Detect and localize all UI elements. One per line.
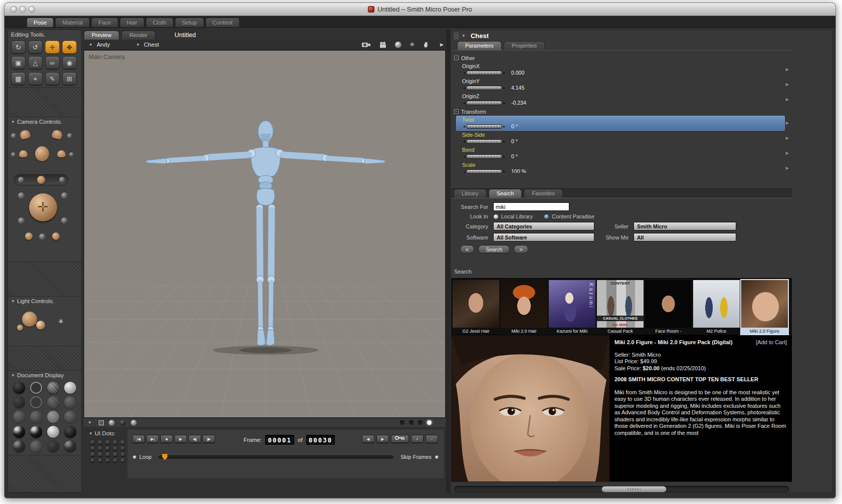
tracking-ball-icon[interactable] bbox=[131, 420, 137, 426]
ui-dot[interactable] bbox=[106, 440, 110, 444]
keyframe-marker[interactable] bbox=[162, 454, 167, 460]
seller-dropdown[interactable]: Smith Micro bbox=[634, 222, 736, 230]
param-menu-arrow[interactable]: ▶ bbox=[786, 67, 789, 72]
tab-material[interactable]: Material bbox=[55, 18, 90, 27]
depth-cue-icon[interactable] bbox=[99, 420, 104, 425]
thumbnail-image[interactable] bbox=[645, 280, 692, 328]
color-tool-button[interactable]: ◉ bbox=[62, 56, 77, 69]
scrollbar-thumb[interactable] bbox=[601, 486, 667, 492]
previous-page-button[interactable]: < bbox=[460, 245, 474, 254]
ui-dot[interactable] bbox=[113, 458, 117, 462]
twist-tool-button[interactable]: ↺ bbox=[28, 41, 43, 54]
param-menu-arrow[interactable]: ▶ bbox=[786, 166, 789, 170]
collapse-triangle-icon[interactable]: ▼ bbox=[11, 299, 15, 304]
display-style-icon[interactable] bbox=[30, 396, 42, 408]
dial-left-arrow-icon[interactable]: ◂ bbox=[462, 71, 466, 75]
collapse-triangle-icon[interactable]: ▼ bbox=[89, 431, 93, 436]
current-frame-counter[interactable]: 00001 bbox=[265, 435, 294, 445]
step-forward-button[interactable]: |▶ bbox=[202, 435, 215, 443]
parameter-dial[interactable]: ◂▸ bbox=[462, 86, 508, 90]
create-light-icon[interactable]: ✳ bbox=[58, 318, 64, 325]
display-style-icon[interactable] bbox=[47, 440, 59, 452]
display-style-icon[interactable] bbox=[64, 396, 76, 408]
show-me-dropdown[interactable]: All bbox=[634, 233, 736, 241]
dial-right-arrow-icon[interactable]: ▸ bbox=[502, 86, 506, 90]
result-thumbnail[interactable]: CONTENT CASUAL CLOTHES for MIKI Casual P… bbox=[596, 280, 644, 335]
dial-bar[interactable] bbox=[466, 169, 502, 173]
content-paradise-radio-label[interactable]: Content Paradise bbox=[552, 213, 594, 219]
display-style-silhouette-icon[interactable] bbox=[13, 382, 25, 394]
camera-select-ball[interactable] bbox=[25, 232, 33, 240]
camera-plane-ball[interactable] bbox=[59, 177, 65, 183]
ui-dot[interactable] bbox=[106, 452, 110, 456]
dial-right-arrow-icon[interactable]: ▸ bbox=[502, 169, 506, 173]
tab-preview[interactable]: Preview bbox=[84, 31, 119, 40]
panel-grip[interactable] bbox=[454, 33, 459, 39]
result-thumbnail[interactable]: Miki 2.0 Hair bbox=[500, 280, 548, 335]
ui-dot[interactable] bbox=[98, 452, 102, 456]
translate-in-out-tool-button[interactable]: ✥ bbox=[62, 41, 77, 54]
tracking-dot-active[interactable] bbox=[427, 420, 432, 425]
view-magnifier-tool-button[interactable]: ⌖ bbox=[28, 72, 43, 85]
param-menu-arrow[interactable]: ▶ bbox=[786, 151, 789, 155]
result-thumbnail[interactable]: Kazumi Kazumi for Miki bbox=[548, 280, 596, 335]
content-paradise-radio[interactable] bbox=[544, 214, 549, 219]
horizontal-scrollbar[interactable] bbox=[454, 486, 789, 492]
next-key-button[interactable]: ▶ bbox=[376, 435, 389, 443]
param-menu-arrow[interactable]: ▶ bbox=[786, 82, 789, 87]
posing-camera-icon[interactable] bbox=[361, 42, 371, 48]
param-row-twist[interactable]: Twist ◂▸0 ° ▶ bbox=[456, 116, 785, 131]
search-input[interactable] bbox=[493, 202, 569, 211]
right-hand-camera-icon[interactable] bbox=[57, 150, 66, 157]
ui-dot[interactable] bbox=[106, 458, 110, 462]
camera-corner-ball[interactable] bbox=[61, 192, 68, 199]
dial-right-arrow-icon[interactable]: ▸ bbox=[502, 71, 506, 75]
camera-dolly-ball[interactable] bbox=[11, 133, 16, 138]
delete-keyframe-button[interactable]: − bbox=[426, 435, 438, 443]
tracking-dot[interactable] bbox=[418, 420, 423, 425]
collapse-triangle-icon[interactable]: ▼ bbox=[462, 34, 466, 38]
thumbnail-image[interactable]: CONTENT CASUAL CLOTHES for MIKI bbox=[597, 280, 644, 328]
chain-break-tool-button[interactable]: ∞ bbox=[45, 56, 60, 69]
display-style-icon[interactable] bbox=[47, 396, 59, 408]
dial-bar[interactable] bbox=[466, 154, 502, 159]
add-keyframe-button[interactable]: + bbox=[411, 435, 424, 443]
ui-dot[interactable] bbox=[98, 440, 102, 444]
stop-button[interactable]: ■ bbox=[160, 435, 173, 443]
ui-dot[interactable] bbox=[91, 458, 95, 462]
ui-dot[interactable] bbox=[113, 452, 117, 456]
loop-toggle[interactable] bbox=[132, 455, 137, 459]
dial-left-arrow-icon[interactable]: ◂ bbox=[462, 124, 466, 129]
camera-trackball[interactable]: ✛ bbox=[29, 193, 57, 221]
camera-ball[interactable] bbox=[11, 152, 16, 157]
param-menu-arrow[interactable]: ▶ bbox=[786, 136, 789, 140]
tab-parameters[interactable]: Parameters bbox=[457, 41, 502, 50]
total-frames-counter[interactable]: 00030 bbox=[306, 435, 335, 445]
trackball-icon[interactable] bbox=[395, 42, 401, 48]
display-style-icon[interactable] bbox=[47, 411, 59, 423]
tracking-dot[interactable] bbox=[409, 420, 413, 425]
skip-frames-toggle[interactable] bbox=[435, 455, 439, 459]
tab-library[interactable]: Library bbox=[454, 189, 487, 198]
camera-right-hand-icon[interactable] bbox=[51, 129, 63, 140]
film-camera-icon[interactable] bbox=[379, 42, 387, 48]
dial-bar[interactable] bbox=[466, 124, 502, 129]
camera-controls-cluster[interactable]: ✛ bbox=[8, 126, 81, 262]
ui-dot[interactable] bbox=[121, 458, 125, 462]
next-page-button[interactable]: > bbox=[514, 245, 528, 254]
param-menu-arrow[interactable]: ▶ bbox=[786, 97, 789, 102]
display-style-icon[interactable] bbox=[13, 411, 25, 423]
dial-bar[interactable] bbox=[466, 71, 502, 75]
collapse-triangle-icon[interactable]: ▼ bbox=[11, 373, 15, 378]
display-style-texture-shaded-icon[interactable] bbox=[30, 426, 42, 438]
display-style-lit-wireframe-icon[interactable] bbox=[64, 382, 76, 394]
face-camera-head-icon[interactable] bbox=[35, 146, 49, 161]
tab-setup[interactable]: Setup bbox=[175, 18, 204, 27]
scale-tool-button[interactable]: ▣ bbox=[11, 56, 26, 69]
ui-dot[interactable] bbox=[113, 440, 117, 444]
tab-hair[interactable]: Hair bbox=[120, 18, 144, 27]
display-style-icon[interactable] bbox=[30, 440, 42, 452]
camera-plane-ball[interactable] bbox=[37, 176, 45, 184]
ui-dot[interactable] bbox=[121, 440, 125, 444]
category-dropdown[interactable]: All Categories bbox=[493, 222, 594, 230]
